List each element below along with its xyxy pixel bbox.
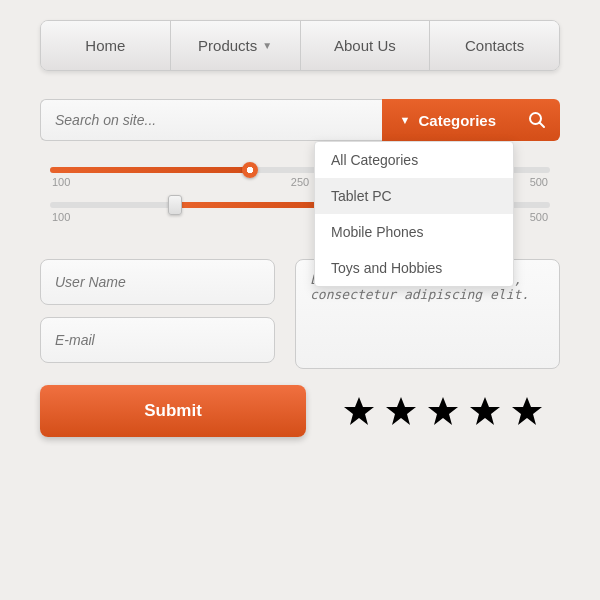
svg-marker-4 [428,397,458,425]
search-icon [528,111,546,129]
form-left [40,259,275,369]
username-input[interactable] [40,259,275,305]
range-thumb-left[interactable] [168,195,182,215]
dropdown-item-tablet[interactable]: Tablet PC [315,178,513,214]
range-slider-max: 500 [530,211,548,223]
range-slider-min: 100 [52,211,70,223]
nav-home[interactable]: Home [41,21,171,70]
slider-mid: 250 [291,176,309,188]
star-3[interactable] [425,393,461,429]
range-slider-fill [175,202,325,208]
svg-marker-2 [344,397,374,425]
slider-min: 100 [52,176,70,188]
dropdown-item-mobile[interactable]: Mobile Phones [315,214,513,250]
search-button[interactable] [514,99,560,141]
nav-contacts[interactable]: Contacts [430,21,559,70]
search-input[interactable] [40,99,382,141]
categories-button[interactable]: ▼ Categories [382,99,514,141]
svg-marker-5 [470,397,500,425]
chevron-down-icon: ▼ [262,40,272,51]
star-1[interactable] [341,393,377,429]
categories-label: Categories [418,112,496,129]
nav-home-label: Home [85,37,125,54]
chevron-down-icon: ▼ [400,114,411,126]
star-rating [326,393,560,429]
star-2[interactable] [383,393,419,429]
dropdown-item-toys[interactable]: Toys and Hobbies [315,250,513,286]
slider-thumb[interactable] [242,162,258,178]
nav-contacts-label: Contacts [465,37,524,54]
slider-fill [50,167,250,173]
svg-marker-6 [512,397,542,425]
star-4[interactable] [467,393,503,429]
navigation: Home Products ▼ About Us Contacts [40,20,560,71]
dropdown-item-all[interactable]: All Categories [315,142,513,178]
search-row: ▼ Categories All Categories Tablet PC Mo… [40,99,560,141]
nav-about[interactable]: About Us [301,21,431,70]
bottom-row: Submit [40,385,560,437]
slider-max: 500 [530,176,548,188]
categories-dropdown: All Categories Tablet PC Mobile Phones T… [314,141,514,287]
star-5[interactable] [509,393,545,429]
nav-about-label: About Us [334,37,396,54]
submit-label: Submit [144,401,202,420]
svg-line-1 [540,123,545,128]
svg-marker-3 [386,397,416,425]
nav-products-label: Products [198,37,257,54]
nav-products[interactable]: Products ▼ [171,21,301,70]
submit-button[interactable]: Submit [40,385,306,437]
email-input[interactable] [40,317,275,363]
